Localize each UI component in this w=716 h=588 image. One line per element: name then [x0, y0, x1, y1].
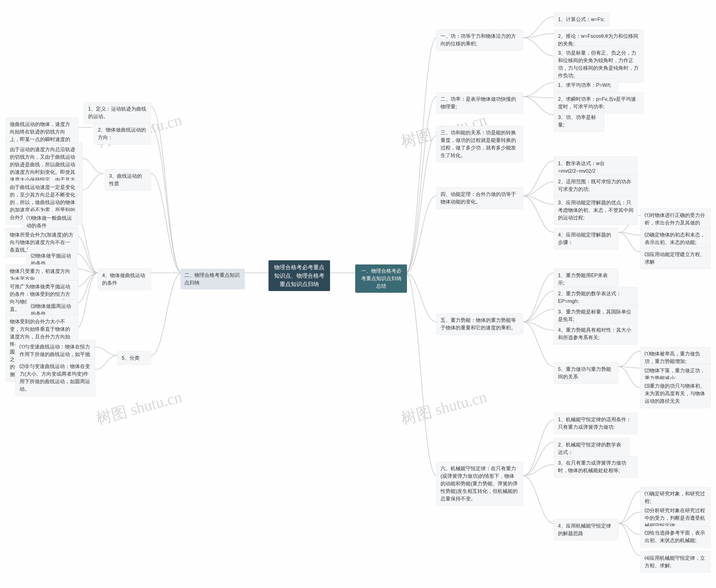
r4-title[interactable]: 四、动能定理：合外力做的功等于物体动能的变化。	[436, 188, 523, 209]
r5-title[interactable]: 五、重力势能：物体的重力势能等于物体的重量和它的速度的乘积。	[436, 313, 523, 335]
r4-c2[interactable]: 2、适用范围：既可求恒力的功亦可求变力的功;	[554, 175, 638, 196]
r6-c3[interactable]: 3、在只有重力或弹簧弹力做功时，物体的机械能处处相等;	[554, 456, 638, 478]
r3-title[interactable]: 三、功和能的关系：功是能的转换量度，做功的过程就是能量转换的过程，做了多少功，就…	[436, 126, 523, 162]
right-main-node[interactable]: 一、物理合格考必考重点知识点归纳总结	[355, 265, 407, 293]
l-n1[interactable]: 1、定义：运动轨迹为曲线的运动。	[84, 102, 151, 123]
r5-c5c[interactable]: ⑶重力做的功只与物体初、末为置的高度有关，与物体运动的路径无关	[641, 379, 710, 408]
r2-c1[interactable]: 1、求平均功率：P=W/t;	[554, 78, 618, 92]
r4-c4b[interactable]: ⑵确定物体的初态和末态，表示出初、末态的动能;	[641, 228, 710, 249]
r6-title[interactable]: 六、机械能守恒定律：在只有重力(或弹簧弹力做功)的情形下，物体的动能和势能(重力…	[436, 462, 523, 506]
l-n3[interactable]: 3、曲线运动的性质	[105, 169, 151, 191]
watermark: 树图 shutu.cn	[399, 386, 489, 430]
r5-c4[interactable]: 4、重力势能具有相对性：其大小和所选参考系有关;	[554, 323, 638, 344]
r4-c3[interactable]: 3、应用动能定理解题的优点：只考虑物体的初、末态，不管其中间的运动过程;	[554, 196, 638, 225]
r2-c3[interactable]: 3、功、功率是标量;	[554, 110, 604, 132]
r6-c1[interactable]: 1、机械能守恒定律的适用条件：只有重力或弹簧弹力做功;	[554, 413, 638, 434]
l-n5b[interactable]: ⑵非匀变速曲线运动：物体在变力(大小、方向变或两者均变)作用下所做的曲线运动，如…	[15, 360, 95, 396]
r2-title[interactable]: 二、功率：是表示物体做功快慢的物理量;	[436, 92, 523, 113]
r4-c4c[interactable]: ⑶应用动能定理建立方程、求解	[641, 248, 710, 269]
r1-c1[interactable]: 1、计算公式：w=Fs;	[554, 13, 610, 26]
r5-c5[interactable]: 5、重力做功与重力势能间的关系	[554, 362, 618, 384]
r6-c4[interactable]: 4、应用机械能守恒定律的解题思路	[554, 519, 618, 541]
r4-c4[interactable]: 4、应用动能定理解题的步骤：	[554, 228, 618, 249]
watermark: 树图 shutu.cn	[94, 386, 184, 430]
l-n5[interactable]: 5、分类	[117, 351, 151, 365]
r6-c4d[interactable]: ⑷应用机械能守恒定律，立方程、求解;	[641, 551, 710, 573]
left-main-node[interactable]: 二、物理合格考重点知识点归纳	[180, 269, 245, 289]
r1-title[interactable]: 一、功：功等于力和物体沿力的方向的位移的乘积;	[436, 29, 523, 51]
r6-c4c[interactable]: ⑶恰当选择参考平面，表示出初、末状态的机械能;	[641, 526, 710, 547]
l-n2[interactable]: 2、物体做曲线运动的方向：	[94, 123, 151, 144]
l-n4[interactable]: 4、物体做曲线运动的条件	[98, 269, 151, 290]
root-node[interactable]: 物理合格考必考重点知识点、物理合格考重点知识点归纳	[268, 260, 330, 291]
r1-c3[interactable]: 3、功是标量，但有正、负之分，力和位移间的夹角为锐角时，力作正功，力与位移间的夹…	[554, 46, 643, 83]
